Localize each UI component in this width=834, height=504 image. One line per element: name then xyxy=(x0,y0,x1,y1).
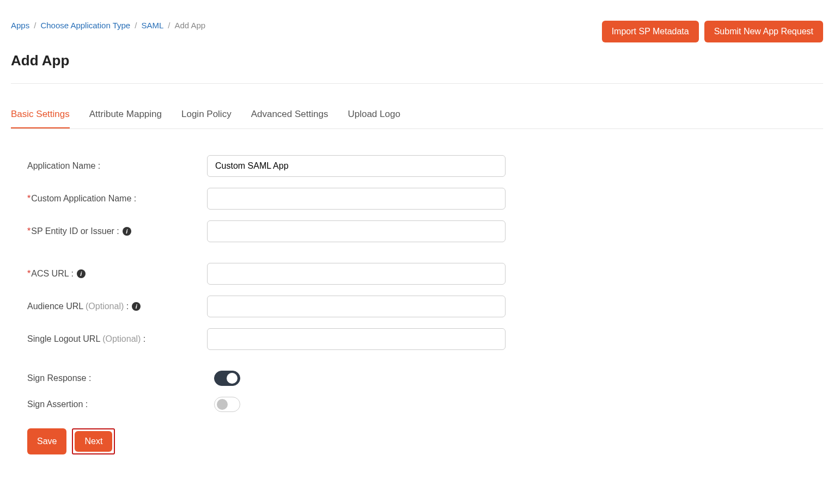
single-logout-input[interactable] xyxy=(207,328,506,350)
tab-advanced-settings[interactable]: Advanced Settings xyxy=(251,106,328,128)
breadcrumb: Apps / Choose Application Type / SAML / … xyxy=(11,11,205,30)
info-icon[interactable]: i xyxy=(123,227,131,236)
breadcrumb-link-choose-type[interactable]: Choose Application Type xyxy=(40,21,130,30)
tabs: Basic Settings Attribute Mapping Login P… xyxy=(11,106,823,129)
toggle-knob xyxy=(217,399,228,410)
tab-basic-settings[interactable]: Basic Settings xyxy=(11,106,70,128)
sp-entity-input[interactable] xyxy=(207,220,506,242)
breadcrumb-separator: / xyxy=(34,21,36,30)
custom-app-name-label: *Custom Application Name : xyxy=(27,194,207,204)
tab-login-policy[interactable]: Login Policy xyxy=(181,106,232,128)
breadcrumb-link-saml[interactable]: SAML xyxy=(141,21,163,30)
audience-url-label: Audience URL (Optional) : i xyxy=(27,302,207,311)
breadcrumb-separator: / xyxy=(168,21,170,30)
next-button[interactable]: Next xyxy=(75,431,112,452)
audience-url-input[interactable] xyxy=(207,296,506,317)
toggle-knob xyxy=(227,373,238,384)
basic-settings-form: Application Name : *Custom Application N… xyxy=(11,155,823,454)
sp-entity-label: *SP Entity ID or Issuer : i xyxy=(27,226,207,236)
tab-upload-logo[interactable]: Upload Logo xyxy=(348,106,400,128)
import-sp-metadata-button[interactable]: Import SP Metadata xyxy=(602,21,699,42)
sign-response-toggle[interactable] xyxy=(214,371,240,386)
sign-assertion-label: Sign Assertion : xyxy=(27,399,207,409)
acs-url-input[interactable] xyxy=(207,263,506,285)
submit-new-app-request-button[interactable]: Submit New App Request xyxy=(704,21,823,42)
tab-attribute-mapping[interactable]: Attribute Mapping xyxy=(89,106,162,128)
sign-response-label: Sign Response : xyxy=(27,373,207,383)
next-button-highlight: Next xyxy=(72,428,115,454)
info-icon[interactable]: i xyxy=(77,269,86,278)
sign-assertion-toggle[interactable] xyxy=(214,397,240,412)
breadcrumb-separator: / xyxy=(135,21,137,30)
application-name-input[interactable] xyxy=(207,155,506,177)
save-button[interactable]: Save xyxy=(27,428,66,454)
custom-app-name-input[interactable] xyxy=(207,188,506,210)
breadcrumb-current: Add App xyxy=(174,21,205,30)
application-name-label: Application Name : xyxy=(27,161,207,171)
divider xyxy=(11,83,823,84)
acs-url-label: *ACS URL : i xyxy=(27,269,207,279)
info-icon[interactable]: i xyxy=(132,302,141,311)
single-logout-label: Single Logout URL (Optional) : xyxy=(27,334,207,344)
breadcrumb-link-apps[interactable]: Apps xyxy=(11,21,29,30)
page-title: Add App xyxy=(11,52,823,69)
